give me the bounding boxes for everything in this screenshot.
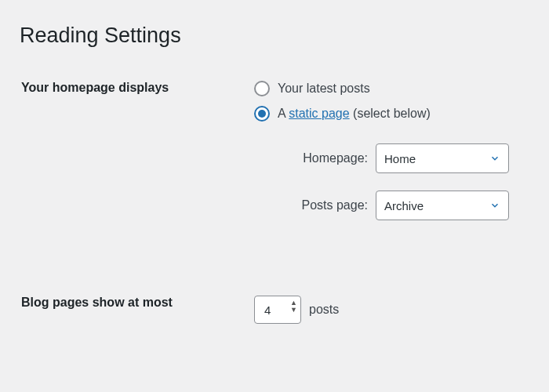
- blog-pages-count-input[interactable]: 4 ▲ ▼: [254, 296, 301, 324]
- radio-latest-posts-label: Your latest posts: [278, 82, 370, 96]
- static-page-link[interactable]: static page: [289, 107, 349, 120]
- posts-page-select[interactable]: Archive: [376, 191, 509, 220]
- homepage-select-label: Homepage:: [278, 151, 368, 165]
- homepage-select-value: Home: [384, 152, 416, 165]
- blog-pages-row: Blog pages show at most 4 ▲ ▼ posts: [21, 296, 528, 324]
- radio-static-page-label: A static page (select below): [278, 107, 431, 121]
- radio-option-latest-posts[interactable]: Your latest posts: [254, 81, 528, 96]
- blog-pages-count-value: 4: [264, 303, 271, 317]
- chevron-down-icon: [489, 153, 500, 164]
- radio-latest-posts[interactable]: [254, 81, 270, 96]
- chevron-down-icon: [489, 200, 500, 211]
- number-stepper[interactable]: ▲ ▼: [290, 303, 297, 317]
- static-page-prefix: A: [278, 107, 289, 120]
- blog-pages-unit: posts: [309, 303, 339, 317]
- radio-option-static-page[interactable]: A static page (select below): [254, 106, 528, 122]
- homepage-select[interactable]: Home: [376, 143, 509, 173]
- posts-page-select-label: Posts page:: [278, 198, 368, 212]
- homepage-displays-row: Your homepage displays Your latest posts…: [21, 81, 528, 238]
- static-page-suffix: (select below): [350, 107, 431, 120]
- page-title: Reading Settings: [20, 24, 529, 48]
- posts-page-select-value: Archive: [384, 199, 424, 212]
- radio-static-page[interactable]: [254, 106, 270, 122]
- blog-pages-label: Blog pages show at most: [21, 296, 253, 324]
- homepage-displays-label: Your homepage displays: [21, 81, 253, 238]
- stepper-down-icon[interactable]: ▼: [290, 310, 297, 317]
